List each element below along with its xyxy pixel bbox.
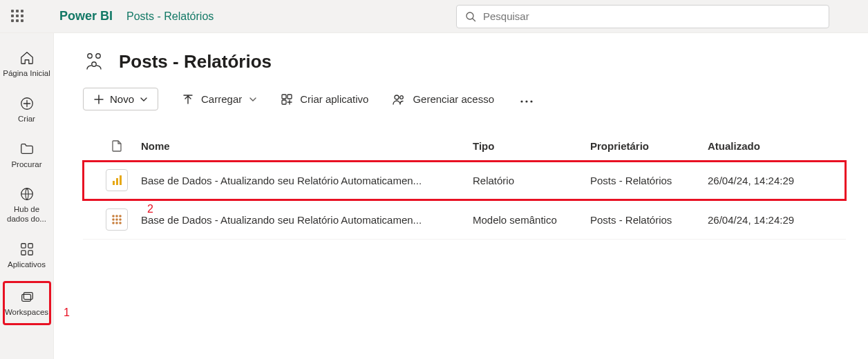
svg-point-16 [395, 95, 399, 99]
svg-point-28 [115, 218, 118, 221]
nav-datahub-label: Hub de dados do... [3, 205, 51, 224]
col-type[interactable]: Tipo [473, 140, 590, 152]
cell-name: Base de Dados - Atualizando seu Relatóri… [141, 175, 473, 186]
svg-rect-4 [21, 244, 25, 248]
svg-rect-23 [120, 175, 122, 185]
onelake-icon [19, 186, 35, 202]
nav-workspaces[interactable]: Workspaces [3, 281, 51, 325]
people-icon [392, 93, 406, 106]
svg-rect-21 [113, 181, 115, 185]
more-button[interactable] [518, 91, 536, 108]
chevron-down-icon [140, 95, 148, 104]
svg-point-0 [466, 12, 473, 19]
cell-type: Modelo semântico [473, 214, 590, 226]
nav-home-label: Página Inicial [3, 69, 50, 79]
breadcrumb[interactable]: Posts - Relatórios [126, 10, 214, 23]
dataset-icon [106, 208, 128, 231]
upload-button[interactable]: Carregar [182, 93, 257, 106]
content-table: Nome Tipo Proprietário Atualizado Base d… [83, 131, 846, 240]
nav-browse-label: Procurar [11, 160, 41, 170]
chevron-down-icon [249, 95, 257, 104]
workspace-header: Posts - Relatórios [83, 50, 846, 74]
cell-owner: Posts - Relatórios [590, 175, 708, 186]
apps-icon [19, 241, 35, 258]
folder-icon [19, 141, 35, 157]
svg-rect-13 [282, 95, 286, 99]
svg-point-20 [530, 100, 532, 102]
plus-circle-icon [19, 95, 35, 112]
col-name[interactable]: Nome [141, 140, 473, 152]
nav-create-label: Criar [18, 115, 35, 124]
svg-rect-14 [287, 95, 292, 99]
table-row[interactable]: Base de Dados - Atualizando seu Relatóri… [83, 200, 846, 240]
nav-apps[interactable]: Aplicativos [3, 235, 51, 275]
svg-rect-15 [282, 100, 286, 104]
col-updated[interactable]: Atualizado [708, 140, 846, 152]
col-owner[interactable]: Proprietário [590, 140, 708, 152]
workspaces-icon [19, 289, 35, 305]
nav-browse[interactable]: Procurar [3, 135, 51, 175]
svg-point-12 [92, 62, 96, 66]
svg-rect-8 [21, 294, 30, 301]
svg-line-1 [473, 19, 475, 21]
nav-home[interactable]: Página Inicial [3, 44, 51, 84]
nav-datahub[interactable]: Hub de dados do... [3, 180, 51, 230]
svg-rect-9 [23, 292, 32, 299]
search-icon [465, 11, 476, 22]
create-app-button[interactable]: Criar aplicativo [281, 93, 368, 106]
cell-updated: 26/04/24, 14:24:29 [708, 214, 846, 226]
nav-apps-label: Aplicativos [8, 260, 46, 270]
cell-updated: 26/04/24, 14:24:29 [708, 175, 846, 186]
svg-point-27 [112, 218, 115, 221]
svg-rect-7 [28, 251, 32, 255]
svg-point-19 [525, 100, 527, 102]
search-box[interactable] [456, 5, 829, 28]
manage-access-label: Gerenciar acesso [413, 93, 494, 105]
svg-point-11 [96, 54, 100, 58]
upload-label: Carregar [201, 93, 242, 105]
svg-point-25 [115, 215, 118, 217]
cell-owner: Posts - Relatórios [590, 214, 708, 226]
file-icon-header [93, 139, 141, 152]
annotation-1: 1 [64, 307, 70, 319]
manage-access-button[interactable]: Gerenciar acesso [392, 93, 494, 106]
cell-type: Relatório [473, 175, 590, 186]
report-icon [106, 169, 128, 191]
nav-create[interactable]: Criar [3, 90, 51, 130]
workspace-icon [83, 50, 105, 74]
svg-point-31 [115, 222, 118, 224]
workspace-title: Posts - Relatórios [119, 51, 272, 72]
top-header: Power BI Posts - Relatórios [0, 0, 868, 33]
svg-point-24 [112, 215, 115, 217]
create-app-label: Criar aplicativo [300, 93, 368, 105]
svg-point-10 [88, 54, 92, 58]
search-input[interactable] [483, 10, 820, 22]
more-icon [520, 100, 533, 103]
left-nav: Página Inicial Criar Procurar Hub de dad… [0, 33, 54, 359]
toolbar: Novo Carregar Criar aplicativo Gerenciar… [83, 88, 846, 110]
new-button[interactable]: Novo [83, 88, 158, 110]
svg-rect-22 [116, 178, 118, 185]
cell-name: Base de Dados - Atualizando seu Relatóri… [141, 214, 473, 226]
new-button-label: Novo [110, 93, 134, 105]
nav-workspaces-label: Workspaces [5, 308, 48, 318]
svg-point-18 [520, 100, 522, 102]
plus-icon [93, 94, 104, 105]
svg-rect-6 [21, 251, 25, 255]
app-icon [281, 93, 293, 106]
app-launcher-icon[interactable] [11, 10, 25, 23]
table-row[interactable]: Base de Dados - Atualizando seu Relatóri… [83, 161, 846, 200]
svg-rect-5 [28, 244, 32, 248]
svg-point-30 [112, 222, 115, 224]
svg-point-32 [119, 222, 122, 224]
main-panel: 2 Posts - Relatórios Novo Carregar [54, 33, 868, 359]
svg-point-17 [400, 95, 404, 99]
svg-point-26 [119, 215, 122, 217]
upload-icon [182, 93, 194, 106]
home-icon [19, 50, 35, 66]
svg-point-29 [119, 218, 122, 221]
brand-link[interactable]: Power BI [59, 9, 113, 23]
table-header: Nome Tipo Proprietário Atualizado [83, 131, 846, 161]
